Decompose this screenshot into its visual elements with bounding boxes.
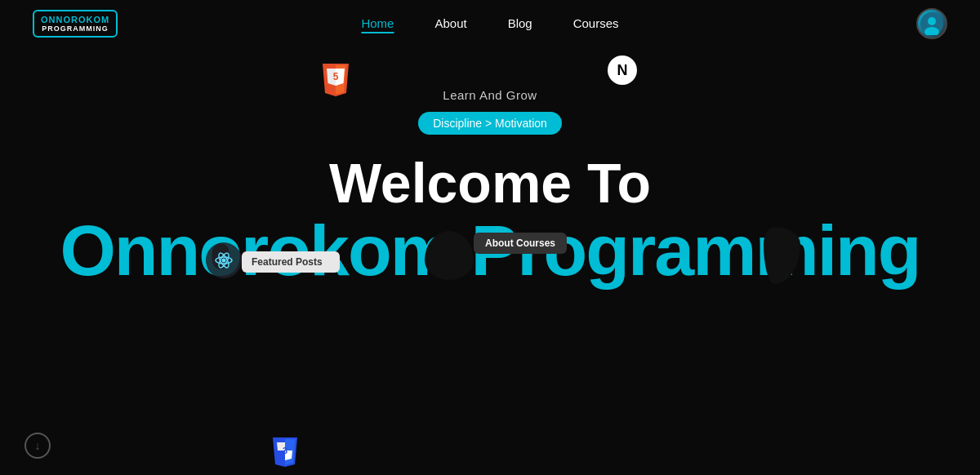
css3-icon: 3 (270, 436, 301, 467)
logo[interactable]: ONNOROKOM PROGRAMMING (33, 10, 118, 38)
scroll-down-icon: ↓ (35, 439, 41, 452)
react-svg (203, 239, 245, 282)
nav-item-about[interactable]: About (434, 16, 466, 31)
nav-link-about[interactable]: About (434, 16, 466, 30)
nav-item-home[interactable]: Home (361, 16, 394, 31)
react-icon (203, 239, 245, 282)
nav-links: Home About Blog Courses (361, 16, 618, 31)
hero-section: 5 N Learn And Grow Discipline > Motivati… (0, 47, 980, 286)
logo-box: ONNOROKOM PROGRAMMING (33, 10, 118, 38)
brand-container: Onnorokom Programming Featured Posts Abo… (0, 215, 980, 286)
discipline-badge: Discipline > Motivation (418, 112, 562, 135)
nav-item-courses[interactable]: Courses (573, 16, 619, 31)
nav-item-blog[interactable]: Blog (508, 16, 532, 31)
avatar[interactable] (916, 8, 947, 39)
learn-grow-text: Learn And Grow (443, 88, 537, 102)
logo-bottom: PROGRAMMING (42, 24, 109, 33)
svg-point-1 (928, 17, 936, 25)
featured-posts-card: Featured Posts (242, 251, 340, 273)
nextjs-icon: N (608, 55, 637, 85)
avatar-image (920, 12, 943, 35)
navbar: ONNOROKOM PROGRAMMING Home About Blog Co… (0, 0, 980, 47)
html5-icon-float: 5 (318, 62, 353, 96)
css3-svg: 3 (270, 436, 301, 467)
featured-posts-label: Featured Posts (252, 256, 323, 268)
svg-point-12 (222, 259, 226, 263)
nextjs-letter: N (617, 62, 628, 79)
dev-card-label: About Courses (485, 238, 555, 249)
scroll-down-button[interactable]: ↓ (24, 433, 51, 459)
svg-text:3: 3 (283, 446, 287, 455)
welcome-heading: Welcome To (329, 151, 651, 215)
nav-link-courses[interactable]: Courses (573, 16, 619, 30)
svg-text:5: 5 (333, 71, 339, 82)
html5-svg: 5 (318, 62, 353, 96)
nav-link-blog[interactable]: Blog (508, 16, 532, 30)
logo-top: ONNOROKOM (41, 15, 109, 24)
nav-link-home[interactable]: Home (361, 16, 394, 33)
dev-card: About Courses (474, 233, 567, 254)
